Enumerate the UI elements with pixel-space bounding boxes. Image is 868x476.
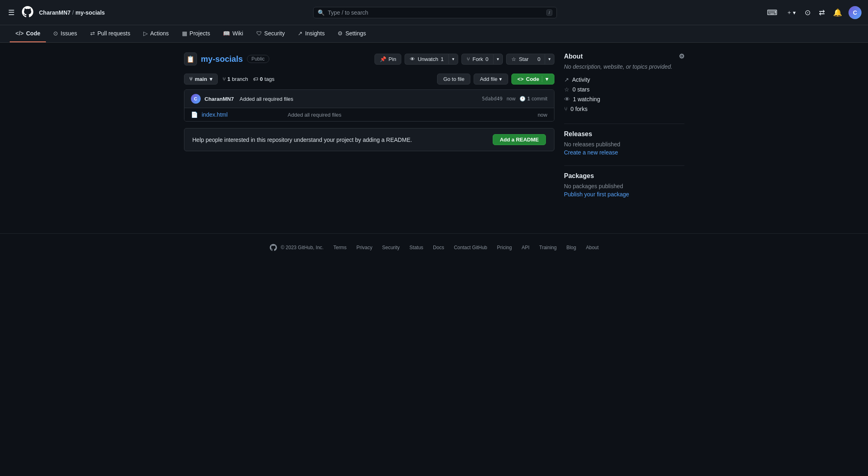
github-logo-link[interactable] <box>21 5 34 20</box>
github-logo <box>21 5 34 18</box>
tab-pull-requests[interactable]: ⇄ Pull requests <box>84 25 136 42</box>
commit-avatar: C <box>191 94 201 104</box>
tab-settings[interactable]: ⚙ Settings <box>332 25 372 42</box>
star-label: Star <box>519 56 528 62</box>
pull-requests-global-button[interactable]: ⇄ <box>817 7 827 19</box>
code-label: Code <box>526 76 539 82</box>
footer-link-training[interactable]: Training <box>539 245 557 250</box>
star-count: 0 <box>537 56 540 62</box>
commit-count: 1 <box>527 96 530 102</box>
star-chevron-icon: ▾ <box>548 57 551 62</box>
forks-icon: ⑂ <box>564 106 567 112</box>
add-file-button[interactable]: Add file ▾ <box>474 74 508 85</box>
sidebar-about-title: About ⚙ <box>564 52 684 60</box>
stat-activity: ↗ Activity <box>564 75 684 85</box>
about-settings-icon[interactable]: ⚙ <box>679 52 684 60</box>
terminal-button[interactable]: ⌨ <box>765 7 779 19</box>
watch-button[interactable]: 👁 Unwatch 1 <box>405 54 448 65</box>
repo-name-heading[interactable]: my-socials <box>201 54 243 64</box>
search-bar: 🔍 / <box>313 7 557 18</box>
footer-link-terms[interactable]: Terms <box>333 245 347 250</box>
issues-global-button[interactable]: ⊙ <box>803 7 812 19</box>
footer-link-security[interactable]: Security <box>382 245 400 250</box>
stat-watching: 👁 1 watching <box>564 94 684 104</box>
file-name[interactable]: index.html <box>202 111 284 118</box>
hamburger-button[interactable]: ☰ <box>6 7 16 19</box>
commit-author[interactable]: CharanMN7 <box>205 96 234 102</box>
plus-button[interactable]: ＋ ▾ <box>784 7 798 18</box>
watch-chevron-icon: ▾ <box>452 57 455 62</box>
packages-heading: Packages <box>564 172 684 180</box>
footer-link-docs[interactable]: Docs <box>433 245 444 250</box>
pin-button[interactable]: 📌 Pin <box>374 54 402 65</box>
footer-link-privacy[interactable]: Privacy <box>356 245 372 250</box>
branch-chevron-icon: ▾ <box>210 76 212 82</box>
tag-count: 0 <box>260 76 263 82</box>
footer-link-about[interactable]: About <box>586 245 598 250</box>
branch-count-icon: ⑂ <box>223 76 226 82</box>
publish-package-link[interactable]: Publish your first package <box>564 191 629 198</box>
search-input-wrap[interactable]: 🔍 / <box>313 7 557 18</box>
add-file-label: Add file <box>480 76 497 82</box>
forks-count: 0 forks <box>571 106 588 112</box>
tag-count-link[interactable]: 🏷 0 tags <box>253 76 275 82</box>
repo-path: CharanMN7 / my-socials <box>39 9 105 16</box>
fork-icon: ⑂ <box>467 56 470 62</box>
footer-link-status[interactable]: Status <box>409 245 423 250</box>
footer-link-blog[interactable]: Blog <box>566 245 576 250</box>
search-input[interactable] <box>328 9 543 16</box>
repo-name-link[interactable]: my-socials <box>76 9 105 16</box>
watch-label: Unwatch <box>418 56 438 62</box>
readme-banner-text: Help people interested in this repositor… <box>193 137 412 143</box>
footer-link-api[interactable]: API <box>522 245 529 250</box>
fork-button[interactable]: ⑂ Fork 0 <box>461 54 493 65</box>
commit-hash[interactable]: 5dabd49 <box>482 96 503 102</box>
pin-label: Pin <box>389 56 396 62</box>
avatar-button[interactable]: C <box>849 6 862 19</box>
star-icon: ☆ <box>511 56 516 62</box>
avatar-image: C <box>849 6 862 19</box>
notifications-button[interactable]: 🔔 <box>831 7 844 19</box>
tab-insights-label: Insights <box>305 30 325 37</box>
repo-actions: 📌 Pin 👁 Unwatch 1 ▾ <box>374 54 554 65</box>
go-to-file-button[interactable]: Go to file <box>437 74 470 85</box>
hamburger-icon: ☰ <box>8 8 15 17</box>
owner-link[interactable]: CharanMN7 <box>39 9 71 16</box>
file-commit-message: Added all required files <box>288 112 533 118</box>
tab-actions-label: Actions <box>150 30 169 37</box>
footer-link-contact-github[interactable]: Contact GitHub <box>454 245 487 250</box>
eye-icon: 👁 <box>410 56 415 62</box>
settings-nav-icon: ⚙ <box>338 30 343 37</box>
tab-projects-label: Projects <box>190 30 210 37</box>
fork-chevron-icon: ▾ <box>497 57 499 62</box>
tab-settings-label: Settings <box>345 30 366 37</box>
tab-security[interactable]: 🛡 Security <box>251 25 291 42</box>
star-count-button[interactable]: 0 <box>533 54 545 65</box>
branch-count-link[interactable]: ⑂ 1 branch <box>223 76 248 82</box>
tab-security-label: Security <box>264 30 285 37</box>
code-button[interactable]: <> Code ▾ <box>511 74 554 85</box>
create-release-link[interactable]: Create a new release <box>564 149 618 156</box>
star-dropdown-button[interactable]: ▾ <box>545 54 554 65</box>
activity-link[interactable]: Activity <box>572 76 590 83</box>
footer-link-pricing[interactable]: Pricing <box>497 245 512 250</box>
tab-code[interactable]: </> Code <box>10 25 46 42</box>
watch-dropdown-button[interactable]: ▾ <box>448 54 458 65</box>
footer-copyright: © 2023 GitHub, Inc. <box>281 245 324 250</box>
repo-title-area: 📋 my-socials Public <box>184 52 269 65</box>
branch-selector-button[interactable]: ⑂ main ▾ <box>184 74 218 85</box>
star-button[interactable]: ☆ Star <box>506 54 533 65</box>
tab-wiki[interactable]: 📖 Wiki <box>217 25 249 42</box>
commit-history-link[interactable]: 🕐 1 commit <box>520 96 547 102</box>
tab-projects[interactable]: ▦ Projects <box>176 25 216 42</box>
fork-dropdown-button[interactable]: ▾ <box>493 54 503 65</box>
add-readme-button[interactable]: Add a README <box>493 134 545 145</box>
tab-actions[interactable]: ▷ Actions <box>138 25 175 42</box>
repo-sidebar: About ⚙ No description, website, or topi… <box>564 52 684 207</box>
packages-empty-text: No packages published <box>564 183 684 189</box>
tab-issues[interactable]: ⊙ Issues <box>48 25 82 42</box>
tab-insights[interactable]: ↗ Insights <box>292 25 330 42</box>
stars-count: 0 stars <box>573 86 590 93</box>
sidebar-packages: Packages No packages published Publish y… <box>564 172 684 198</box>
security-nav-icon: 🛡 <box>256 30 262 37</box>
